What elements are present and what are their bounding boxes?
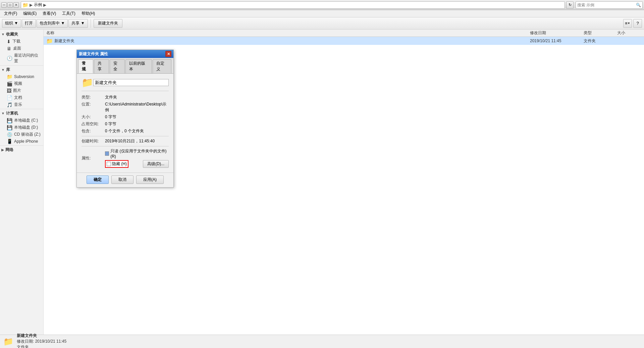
prop-value-location: C:\Users\Administrator\Desktop\示例 <box>105 101 169 113</box>
dialog-overlay: 新建文件夹 属性 ✕ 常规 共享 安全 以前的版本 自定义 📁 <box>0 0 644 348</box>
cancel-button[interactable]: 取消 <box>111 176 133 184</box>
attr-label: 属性: <box>82 155 105 161</box>
readonly-checkbox-container[interactable]: 只读 (仅应用于文件夹中的文件) (R) <box>105 148 169 159</box>
folder-name-input[interactable] <box>93 79 169 86</box>
tab-general[interactable]: 常规 <box>78 59 93 73</box>
tab-custom[interactable]: 自定义 <box>153 59 171 73</box>
prop-row-created: 创建时间: 2019年10月21日，11:45:40 <box>82 138 169 144</box>
prop-value-type: 文件夹 <box>105 94 169 100</box>
readonly-checkbox[interactable] <box>105 151 109 156</box>
dialog-title: 新建文件夹 属性 <box>79 51 165 57</box>
prop-value-size: 0 字节 <box>105 114 169 120</box>
dialog-footer: 确定 取消 应用(A) <box>77 172 173 187</box>
prop-value-created: 2019年10月21日，11:45:40 <box>105 138 169 144</box>
dialog-content: 📁 类型: 文件夹 位置: C:\Users\Administrator\Des… <box>77 74 173 172</box>
prop-row-location: 位置: C:\Users\Administrator\Desktop\示例 <box>82 101 169 113</box>
dialog-close-button[interactable]: ✕ <box>165 51 171 57</box>
dialog-sep1 <box>82 136 169 136</box>
prop-label-size: 大小: <box>82 114 105 120</box>
advanced-button[interactable]: 高级(D)... <box>143 160 169 168</box>
prop-row-contains: 包含: 0 个文件，0 个文件夹 <box>82 128 169 134</box>
apply-button[interactable]: 应用(A) <box>136 176 164 184</box>
dialog-title-bar: 新建文件夹 属性 ✕ <box>77 50 173 58</box>
tab-previous[interactable]: 以前的版本 <box>125 59 152 73</box>
properties-dialog: 新建文件夹 属性 ✕ 常规 共享 安全 以前的版本 自定义 📁 <box>76 50 174 188</box>
prop-label-contains: 包含: <box>82 128 105 134</box>
ok-button[interactable]: 确定 <box>87 176 109 184</box>
prop-value-contains: 0 个文件，0 个文件夹 <box>105 128 169 134</box>
dialog-sep2 <box>82 146 169 146</box>
prop-label-type: 类型: <box>82 94 105 100</box>
prop-label-created: 创建时间: <box>82 138 105 144</box>
readonly-label: 只读 (仅应用于文件夹中的文件) (R) <box>110 148 169 159</box>
hidden-checkbox-highlighted[interactable]: 隐藏 (H) <box>105 160 128 168</box>
prop-label-disk-size: 占用空间: <box>82 121 105 127</box>
prop-row-type: 类型: 文件夹 <box>82 94 169 100</box>
tab-security[interactable]: 安全 <box>110 59 125 73</box>
hidden-label: 隐藏 (H) <box>112 161 127 167</box>
dialog-folder-header: 📁 <box>82 77 169 91</box>
attributes-section: 属性: 只读 (仅应用于文件夹中的文件) (R) 隐藏 (H) <box>82 148 169 168</box>
prop-row-size: 大小: 0 字节 <box>82 114 169 120</box>
prop-value-disk-size: 0 字节 <box>105 121 169 127</box>
dialog-folder-icon: 📁 <box>82 77 93 88</box>
prop-row-disk-size: 占用空间: 0 字节 <box>82 121 169 127</box>
prop-label-location: 位置: <box>82 101 105 107</box>
dialog-tabs: 常规 共享 安全 以前的版本 自定义 <box>77 58 173 74</box>
attr-row: 属性: 只读 (仅应用于文件夹中的文件) (R) 隐藏 (H) <box>82 148 169 168</box>
hidden-checkbox[interactable] <box>107 162 111 166</box>
tab-share[interactable]: 共享 <box>94 59 109 73</box>
